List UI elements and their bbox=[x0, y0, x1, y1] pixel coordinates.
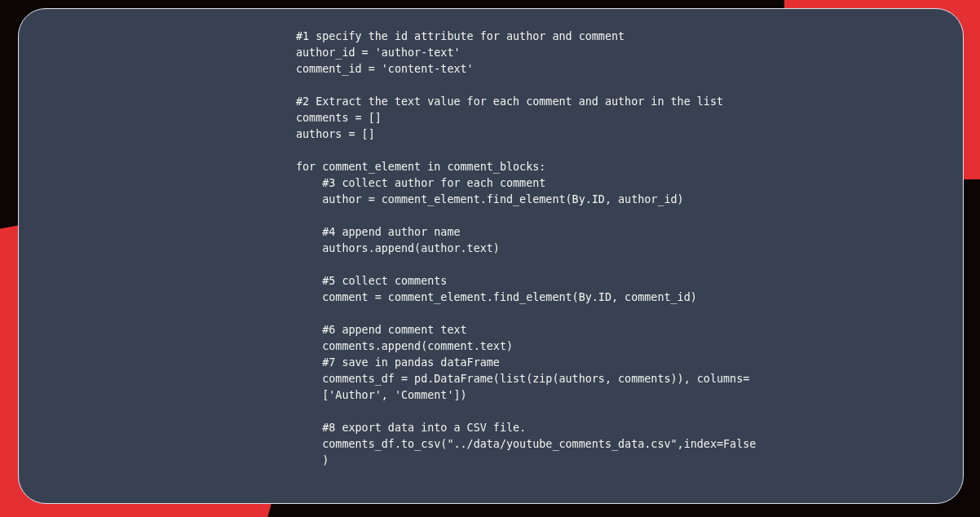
code-line: #8 export data into a CSV file. bbox=[296, 420, 912, 436]
code-block: #1 specify the id attribute for author a… bbox=[296, 29, 912, 484]
code-line: author = comment_element.find_element(By… bbox=[296, 192, 912, 208]
code-line bbox=[296, 77, 912, 94]
code-line: ['Author', 'Comment']) bbox=[296, 387, 912, 404]
code-line: #7 save in pandas dataFrame bbox=[296, 355, 912, 371]
code-line: comments.append(comment.text) bbox=[296, 338, 912, 355]
code-line bbox=[296, 208, 912, 224]
code-line: #2 Extract the text value for each comme… bbox=[296, 94, 912, 110]
code-line bbox=[296, 306, 912, 322]
code-line bbox=[296, 469, 912, 484]
code-line: #1 specify the id attribute for author a… bbox=[296, 29, 912, 45]
code-line: comments = [] bbox=[296, 110, 912, 126]
code-line: authors.append(author.text) bbox=[296, 241, 912, 257]
code-card: #1 specify the id attribute for author a… bbox=[18, 8, 964, 504]
code-line: #3 collect author for each comment bbox=[296, 175, 912, 192]
code-line bbox=[296, 143, 912, 159]
code-line: comment_id = 'content-text' bbox=[296, 61, 912, 77]
code-line: ) bbox=[296, 453, 912, 469]
code-line: for comment_element in comment_blocks: bbox=[296, 159, 912, 175]
page-background: #1 specify the id attribute for author a… bbox=[0, 0, 980, 517]
code-line bbox=[296, 404, 912, 420]
code-line: #5 collect comments bbox=[296, 273, 912, 289]
code-line: comment = comment_element.find_element(B… bbox=[296, 289, 912, 306]
code-line: comments_df.to_csv("../data/youtube_comm… bbox=[296, 436, 912, 453]
code-line bbox=[296, 257, 912, 273]
code-line: #6 append comment text bbox=[296, 322, 912, 338]
code-line: authors = [] bbox=[296, 126, 912, 143]
code-line: comments_df = pd.DataFrame(list(zip(auth… bbox=[296, 371, 912, 387]
code-line: #4 append author name bbox=[296, 224, 912, 241]
code-line: author_id = 'author-text' bbox=[296, 45, 912, 61]
